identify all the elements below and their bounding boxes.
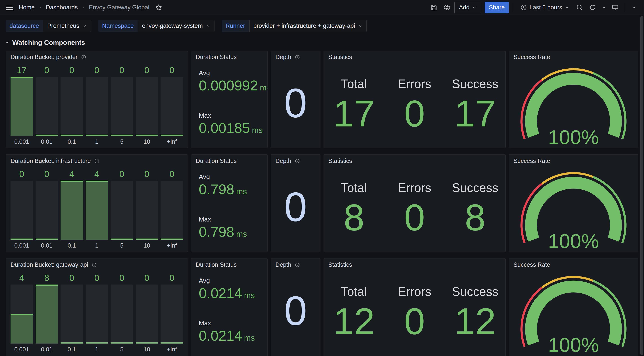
bar-x-label: 1 [86,136,108,146]
breadcrumb-home[interactable]: Home [19,4,35,11]
namespace-dropdown[interactable]: envoy-gateway-system [138,20,214,32]
breadcrumb-dashboards[interactable]: Dashboards [46,4,78,11]
panel-title[interactable]: Depth [276,54,291,60]
info-icon[interactable] [295,54,300,60]
bar-value-label: 0 [60,273,83,283]
stat-value: 0 [404,302,425,340]
avg-label: Avg [199,277,263,284]
panel-title[interactable]: Statistics [328,158,352,164]
collapse-topbar-chevron-icon[interactable] [630,2,638,13]
panel-statistics: Statistics Total12Errors0Success12 [324,258,506,356]
info-icon[interactable] [92,262,97,268]
breadcrumb-current: Envoy Gateway Global [89,4,149,11]
panel-title[interactable]: Duration Status [196,261,237,268]
stat-column: Errors0 [384,284,445,356]
filter-label: datasource [6,20,43,32]
panel-title[interactable]: Duration Status [196,54,237,60]
statistics-body: Total12Errors0Success12 [324,268,506,356]
page-scrollbar[interactable] [640,16,644,355]
panel-title[interactable]: Duration Bucket: provider [10,54,78,60]
bucket-bar: 00.01 [36,65,58,146]
bar-track [136,284,158,344]
settings-gear-icon[interactable] [442,2,452,13]
bar-x-label: 0.1 [60,240,83,249]
bar-value-label: 0 [110,65,133,75]
panel-title[interactable]: Success Rate [514,261,550,268]
panel-title[interactable]: Duration Bucket: gateway-api [10,261,88,268]
bar-value-label: 0 [60,65,83,75]
share-button[interactable]: Share [485,2,509,13]
stat-column: Total8 [324,181,384,252]
kiosk-mode-icon[interactable] [610,2,621,13]
bar-value-label: 17 [10,65,33,75]
panel-title[interactable]: Success Rate [514,158,550,164]
bucket-bar: 00.1 [60,65,83,146]
info-icon[interactable] [81,54,86,60]
bar-value-label: 8 [36,273,58,283]
bar-x-label: 0.1 [60,136,83,146]
row-watching-components[interactable]: Watching Components [0,35,644,49]
zoom-out-time-icon[interactable] [574,2,585,13]
bar-fill [60,181,83,240]
panel-title[interactable]: Success Rate [514,54,550,60]
panel-statistics: Statistics Total8Errors0Success8 [324,154,506,252]
info-icon[interactable] [295,262,300,268]
panel-title[interactable]: Duration Status [196,158,237,164]
refresh-interval-chevron-icon[interactable] [600,2,608,13]
bar-value-label: 0 [36,169,58,179]
bucket-bar: 05 [110,169,133,249]
bar-x-label: 10 [136,344,158,353]
bar-track [160,284,183,344]
stat-value: 12 [454,302,496,340]
stat-column: Total12 [324,284,384,356]
depth-value: 0 [284,82,307,126]
datasource-dropdown[interactable]: Prometheus [43,20,91,32]
refresh-icon[interactable] [587,2,598,13]
bar-x-label: 0.001 [10,344,33,353]
stat-value: 17 [333,95,375,132]
max-unit: ms [236,230,247,238]
time-range-picker[interactable]: Last 6 hours [518,2,572,13]
stat-value: 8 [465,199,486,236]
chevron-down-icon [82,24,87,28]
bucket-bar: 170.001 [10,65,33,146]
avg-value: 0.000992ms [199,78,263,93]
bucket-bar: 40.001 [10,273,33,353]
panel-success-rate: Success Rate 100% [509,258,638,356]
menu-icon[interactable] [6,4,14,10]
filter-label: Namespace [98,20,138,32]
panel-title[interactable]: Duration Bucket: infrastructure [10,158,91,164]
stat-value: 17 [454,95,496,132]
stat-heading: Errors [398,77,431,91]
bar-value-label: 4 [10,273,33,283]
save-dashboard-icon[interactable] [428,2,440,13]
runner-dropdown[interactable]: provider + infrastructure + gateway-api [249,20,367,32]
bar-fill [86,342,108,344]
add-button[interactable]: Add [454,2,481,13]
panel-title[interactable]: Depth [276,261,291,268]
info-icon[interactable] [94,158,100,164]
bar-value-label: 0 [136,169,158,179]
panel-statistics: Statistics Total17Errors0Success17 [324,50,506,148]
bar-value-label: 0 [86,273,108,283]
bar-x-label: 0.01 [36,344,58,353]
stat-heading: Errors [398,284,431,299]
bucket-bar-chart: 00.00100.0140.141050100+Inf [10,169,183,249]
panel-title[interactable]: Depth [276,158,291,164]
bar-track [110,284,133,344]
favorite-star-icon[interactable] [153,2,164,13]
info-icon[interactable] [295,158,300,164]
bar-track [60,284,83,344]
scrollbar-thumb[interactable] [640,16,644,355]
bar-fill [60,135,83,136]
stat-value: 8 [344,199,364,236]
bar-x-label: 0.01 [36,136,58,146]
chevron-down-icon [4,40,10,45]
panel-title[interactable]: Statistics [328,261,352,268]
panel-title[interactable]: Statistics [328,54,352,60]
panel-depth: Depth 0 [271,154,320,252]
bucket-bar-chart: 40.00180.0100.101050100+Inf [10,273,183,353]
bar-value-label: 0 [110,273,133,283]
filter-label: Runner [222,20,249,32]
bar-fill [86,135,108,136]
